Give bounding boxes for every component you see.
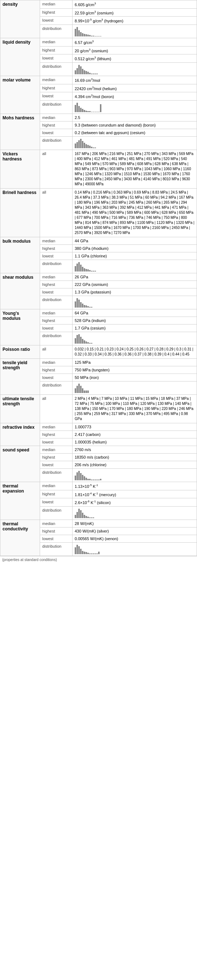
row-value [72,381,197,395]
row-value: 0.14 MPa | 0.216 MPa | 0.363 MPa | 0.69 … [72,188,197,237]
row-label: all [40,150,72,188]
row-value: 2.417 (carbon) [72,431,197,438]
row-value: 28 W/(mK) [72,520,197,527]
property-name: molar volume [0,76,40,114]
row-label: lowest [40,374,72,381]
table-row: molar volumemedian16.69 cm3/mol [0,76,197,84]
row-value: 26 GPa [72,273,197,280]
table-row: Vickers hardnessall167 MPa | 206 MPa | 2… [0,150,197,188]
row-label: distribution [40,542,72,555]
row-label: lowest [40,252,72,259]
row-label: distribution [40,136,72,150]
property-name: Poisson ratio [0,345,40,358]
row-value: 430 W/(mK) (silver) [72,527,197,535]
row-value: 2.5 [72,114,197,121]
row-value [72,100,197,114]
row-value [72,506,197,520]
row-label: highest [40,280,72,288]
row-value: 167 MPa | 206 MPa | 216 MPa | 251 MPa | … [72,150,197,188]
table-row: bulk modulusmedian44 GPa [0,237,197,245]
row-label: highest [40,8,72,17]
row-value: 0.032 | 0.15 | 0.21 | 0.23 | 0.24 | 0.25… [72,345,197,358]
row-label: median [40,0,72,9]
row-label: median [40,237,72,245]
table-row: Brinell hardnessall0.14 MPa | 0.216 MPa … [0,188,197,237]
property-name: sound speed [0,445,40,482]
property-name: tensile yield strength [0,358,40,395]
row-value: 6.605 g/cm3 [72,0,197,9]
row-label: lowest [40,288,72,296]
row-label: distribution [40,62,72,76]
property-name: refractive index [0,423,40,445]
row-value: 6.57 g/cm3 [72,38,197,46]
row-label: lowest [40,54,72,63]
row-label: lowest [40,92,72,100]
row-label: highest [40,527,72,535]
row-label: all [40,395,72,423]
row-label: lowest [40,438,72,445]
row-value: 1.000035 (helium) [72,438,197,445]
row-label: median [40,482,72,490]
property-name: Young's modulus [0,309,40,345]
table-row: tensile yield strengthmedian125 MPa [0,358,197,366]
table-row: sound speedmedian2760 m/s [0,445,197,453]
row-value: 1.7 GPa (cesium) [72,324,197,332]
row-value: 44 GPa [72,237,197,245]
row-value: 1.81×10-4 K-1 (mercury) [72,490,197,498]
row-value: 1.13×10-5 K-1 [72,482,197,490]
row-label: highest [40,317,72,324]
row-value: 1.000773 [72,423,197,431]
properties-table: densitymedian6.605 g/cm3highest22.59 g/c… [0,0,197,556]
row-label: all [40,345,72,358]
row-label: highest [40,453,72,461]
row-label: lowest [40,17,72,25]
row-value: 528 GPa (indium) [72,317,197,324]
row-value: 9.3 (between corundum and diamond) (boro… [72,121,197,129]
row-label: distribution [40,381,72,395]
row-value: 222 GPa (osmium) [72,280,197,288]
row-value [72,259,197,273]
row-value: 125 MPa [72,358,197,366]
row-label: lowest [40,324,72,332]
row-label: distribution [40,24,72,38]
row-value: 2.6×10-6 K-1 (silicon) [72,498,197,507]
footnote: (properties at standard conditions) [0,556,197,563]
row-value [72,136,197,150]
row-label: median [40,76,72,84]
row-value: 4.394 cm3/mol (boron) [72,92,197,100]
property-name: thermal conductivity [0,520,40,555]
row-value: 20 g/cm3 (osmium) [72,46,197,54]
table-row: thermal conductivitymedian28 W/(mK) [0,520,197,527]
row-label: distribution [40,506,72,520]
row-label: highest [40,121,72,129]
row-label: distribution [40,296,72,309]
row-label: highest [40,431,72,438]
row-label: median [40,309,72,317]
row-label: median [40,423,72,431]
row-label: median [40,38,72,46]
property-name: Vickers hardness [0,150,40,188]
row-value [72,62,197,76]
property-name: Brinell hardness [0,188,40,237]
row-value: 0.00565 W/(mK) (xenon) [72,535,197,542]
table-row: liquid densitymedian6.57 g/cm3 [0,38,197,46]
row-value: 22420 cm3/mol (helium) [72,84,197,92]
row-label: lowest [40,535,72,542]
row-value: 206 m/s (chlorine) [72,461,197,468]
row-label: lowest [40,461,72,468]
row-label: median [40,273,72,280]
table-row: refractive indexmedian1.000773 [0,423,197,431]
table-row: Young's modulusmedian64 GPa [0,309,197,317]
property-name: liquid density [0,38,40,76]
property-name: shear modulus [0,273,40,309]
row-label: all [40,188,72,237]
row-value: 1.3 GPa (potassium) [72,288,197,296]
row-label: median [40,358,72,366]
row-label: median [40,114,72,121]
row-label: highest [40,245,72,252]
row-value [72,296,197,309]
property-name: ultimate tensile strength [0,395,40,423]
row-value: 16.69 cm3/mol [72,76,197,84]
table-row: densitymedian6.605 g/cm3 [0,0,197,9]
row-value: 2 MPa | 4 MPa | 7 MPa | 10 MPa | 11 MPa … [72,395,197,423]
